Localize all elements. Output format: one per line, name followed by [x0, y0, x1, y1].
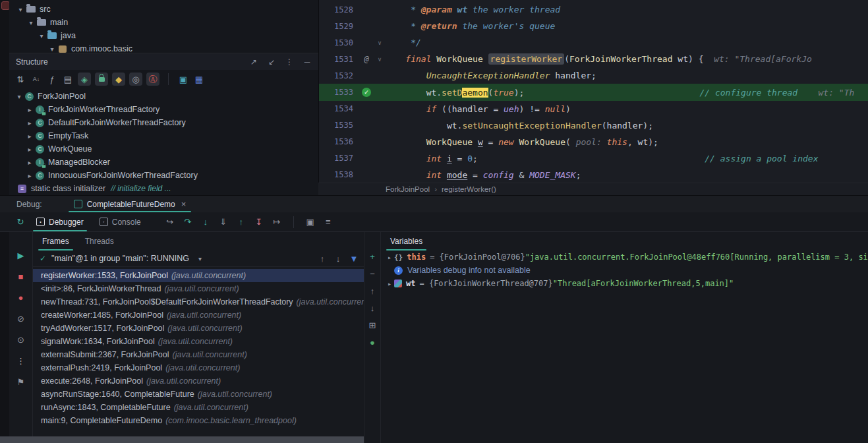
lock-icon[interactable] [95, 73, 108, 86]
stack-frame[interactable]: asyncRunStage:1640, CompletableFuture(ja… [33, 388, 364, 401]
filter-icon[interactable]: ▼ [348, 252, 360, 264]
collapse-all-icon[interactable]: ▦ [193, 73, 205, 85]
settings-sliders-icon[interactable]: ≡ [322, 216, 334, 228]
stack-frame[interactable]: main:9, CompletableFutureDemo(com.imooc.… [33, 414, 364, 427]
chevron-right-icon[interactable]: ▸ [385, 254, 394, 261]
group-methods-icon[interactable]: ƒ [46, 73, 58, 85]
more-icon[interactable]: ⋮ [15, 355, 27, 367]
stack-frame[interactable]: newThread:731, ForkJoinPool$DefaultForkJ… [33, 295, 364, 309]
hide-panel-icon[interactable]: ─ [301, 56, 313, 68]
tab-debugger[interactable]: •Debugger [30, 212, 90, 231]
tab-variables[interactable]: Variables [384, 232, 429, 251]
thread-selector[interactable]: ✓ "main"@1 in group "main": RUNNING ▾ ↑↓… [33, 251, 364, 267]
chevron-right-icon[interactable]: ▸ [25, 133, 34, 140]
project-item-com.imooc.basic[interactable]: ▾com.imooc.basic [9, 42, 318, 53]
drop-frame-icon[interactable]: ↧ [253, 216, 265, 228]
fold-icon[interactable]: ∨ [374, 40, 385, 46]
expand-all-icon[interactable]: ▣ [177, 73, 189, 85]
mute-breakpoints-icon[interactable]: ⊘ [15, 312, 27, 324]
options-icon[interactable]: ⋮ [283, 56, 295, 68]
code-line[interactable]: 1534 if ((handler = ueh) != null) [319, 101, 868, 117]
stack-frame[interactable]: runAsync:1843, CompletableFuture(java.ut… [33, 401, 364, 414]
chevron-right-icon[interactable]: ▸ [25, 119, 34, 127]
show-inherited-icon[interactable]: ◎ [129, 73, 142, 86]
chevron-right-icon[interactable]: ▸ [25, 172, 34, 179]
variable-row-this[interactable]: ▸ {} this = {ForkJoinPool@706} "java.uti… [381, 251, 868, 264]
chevron-right-icon[interactable]: ▸ [385, 280, 394, 287]
tab-frames[interactable]: Frames [36, 232, 76, 251]
chevron-down-icon[interactable]: ▾ [26, 19, 36, 26]
step-into-icon[interactable]: ↓ [200, 216, 212, 228]
stack-frame[interactable]: createWorker:1485, ForkJoinPool(java.uti… [33, 309, 364, 322]
tab-threads[interactable]: Threads [78, 232, 121, 251]
chevron-down-icon[interactable]: ▾ [14, 93, 24, 100]
structure-item-DefaultForkJoinWorkerThreadFactory[interactable]: ▸CDefaultForkJoinWorkerThreadFactory [9, 116, 318, 129]
stack-frame[interactable]: <init>:86, ForkJoinWorkerThread(java.uti… [33, 282, 364, 295]
code-editor[interactable]: 1528 * @param wt the worker thread1529 *… [318, 0, 868, 183]
show-properties-icon[interactable]: ◆ [112, 73, 125, 86]
code-line[interactable]: 1528 * @param wt the worker thread [319, 1, 868, 18]
code-line[interactable]: 1537 int i = 0; // assign a pool index [319, 150, 868, 167]
code-line[interactable]: 1538 int mode = config & MODE_MASK; [319, 167, 868, 183]
stack-frame[interactable]: tryAddWorker:1517, ForkJoinPool(java.uti… [33, 322, 364, 335]
breadcrumb-item-class[interactable]: ForkJoinPool [386, 185, 430, 193]
show-execution-point-icon[interactable]: ↪ [164, 216, 176, 228]
up-stack-icon[interactable]: ↑ [316, 252, 328, 264]
code-line[interactable]: 1533✓ wt.setDaemon(true); // configure t… [319, 84, 868, 100]
tab-console[interactable]: ›Console [94, 212, 147, 231]
variable-row-wt[interactable]: ▸ wt = {ForkJoinWorkerThread@707} "Threa… [381, 277, 868, 290]
chevron-down-icon[interactable]: ▾ [47, 45, 57, 53]
anonymous-classes-icon[interactable]: Ⓐ [146, 73, 159, 86]
project-item-java[interactable]: ▾java [9, 29, 318, 42]
project-item-src[interactable]: ▾src [9, 3, 318, 16]
code-line[interactable]: 1531@∨ final WorkQueue registerWorker(Fo… [319, 51, 868, 67]
chevron-right-icon[interactable]: ▸ [25, 106, 34, 113]
pin-icon[interactable]: ⚑ [15, 376, 27, 388]
sort-by-type-icon[interactable]: ⇅ [14, 73, 26, 85]
stack-frame[interactable]: registerWorker:1533, ForkJoinPool(java.u… [33, 269, 364, 282]
tag-icon[interactable]: ◈ [78, 73, 91, 86]
code-line[interactable]: 1532 UncaughtExceptionHandler handler; [319, 67, 868, 84]
stack-frame[interactable]: externalPush:2419, ForkJoinPool(java.uti… [33, 361, 364, 374]
structure-item-WorkQueue[interactable]: ▸CWorkQueue [9, 142, 318, 156]
chevron-down-icon[interactable]: ▾ [37, 32, 46, 40]
project-item-main[interactable]: ▾main [9, 16, 318, 29]
down-stack-icon[interactable]: ↓ [332, 252, 344, 264]
structure-item-ForkJoinWorkerThreadFactory[interactable]: ▸IForkJoinWorkerThreadFactory [9, 103, 318, 116]
view-breakpoints-icon[interactable]: ● [15, 291, 27, 303]
green-dot-icon[interactable]: ● [366, 336, 378, 348]
collapse-panel-icon[interactable]: ↙ [266, 56, 277, 68]
remove-watch-icon[interactable]: − [366, 268, 378, 280]
chevron-down-icon[interactable]: ▾ [16, 6, 25, 13]
expand-panel-icon[interactable]: ↗ [248, 56, 260, 68]
breakpoint-verified-icon[interactable]: ✓ [362, 88, 371, 97]
force-step-into-icon[interactable]: ⇓ [217, 216, 229, 228]
breadcrumb-item-method[interactable]: registerWorker() [442, 185, 496, 193]
stop-icon[interactable]: ■ [15, 270, 27, 282]
chevron-down-icon[interactable]: ▾ [198, 255, 202, 262]
chevron-right-icon[interactable]: ▸ [25, 146, 34, 153]
copy-icon[interactable]: ⊞ [366, 319, 378, 331]
step-over-icon[interactable]: ↷ [182, 216, 194, 228]
move-up-icon[interactable]: ↑ [366, 285, 378, 297]
show-fields-icon[interactable]: ▤ [62, 73, 74, 85]
sort-alphabetically-icon[interactable]: A↓ [30, 73, 42, 85]
chevron-right-icon[interactable]: ▸ [25, 159, 34, 166]
horizontal-scrollbar[interactable] [0, 436, 364, 443]
structure-item-ForkJoinPool[interactable]: ▾CForkJoinPool [9, 90, 318, 103]
stack-frame[interactable]: signalWork:1634, ForkJoinPool(java.util.… [33, 335, 364, 348]
stack-frame[interactable]: externalSubmit:2367, ForkJoinPool(java.u… [33, 348, 364, 361]
fold-icon[interactable]: ∨ [374, 56, 385, 63]
session-tab[interactable]: CompletableFutureDemo × [67, 196, 193, 212]
annotation-gutter-icon[interactable]: @ [364, 55, 368, 64]
code-line[interactable]: 1530∨ */ [319, 34, 868, 51]
code-line[interactable]: 1535 wt.setUncaughtExceptionHandler(hand… [319, 117, 868, 134]
add-watch-icon[interactable]: + [366, 251, 378, 262]
stack-frame[interactable]: execute:2648, ForkJoinPool(java.util.con… [33, 374, 364, 388]
close-icon[interactable]: × [181, 199, 187, 209]
step-out-icon[interactable]: ↑ [235, 216, 247, 228]
structure-item-InnocuousForkJoinWorkerThreadFactory[interactable]: ▸CInnocuousForkJoinWorkerThreadFactory [9, 169, 318, 182]
resume-icon[interactable]: ▶ [15, 249, 27, 261]
camera-icon[interactable]: ⊙ [15, 334, 27, 345]
code-line[interactable]: 1536 WorkQueue w = new WorkQueue( pool: … [319, 134, 868, 150]
